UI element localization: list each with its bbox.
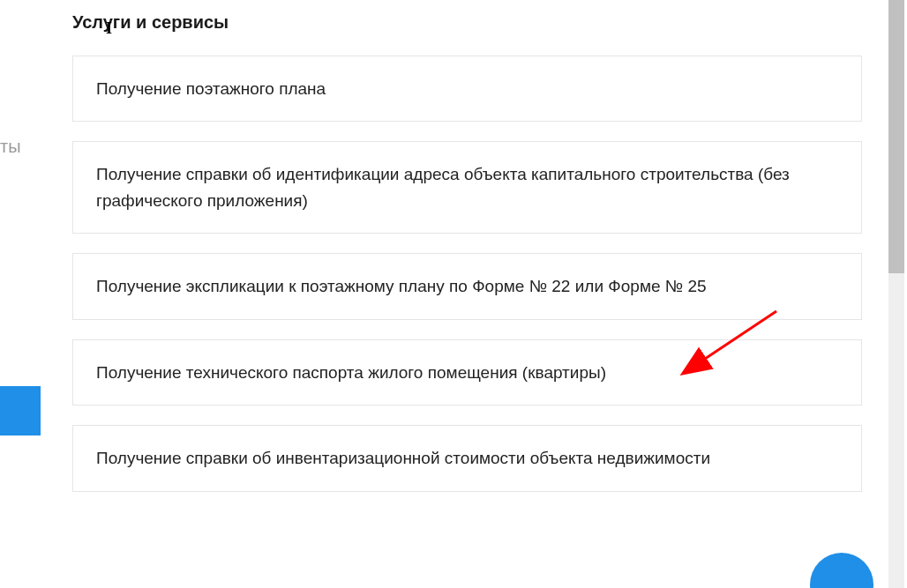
service-item-inventory-value[interactable]: Получение справки об инвентаризационной … — [72, 425, 862, 491]
service-item-label: Получение справки об инвентаризационной … — [96, 445, 838, 471]
main-content: Услуги и сервисы I Получение поэтажного … — [72, 0, 862, 492]
service-item-technical-passport[interactable]: Получение технического паспорта жилого п… — [72, 339, 862, 406]
service-list: Получение поэтажного плана Получение спр… — [72, 56, 862, 492]
sidebar-fragment: ты — [0, 0, 26, 588]
service-item-floor-plan[interactable]: Получение поэтажного плана — [72, 56, 862, 122]
service-item-label: Получение технического паспорта жилого п… — [96, 360, 838, 385]
heading-text: Услуги и сервисы — [72, 12, 229, 32]
sidebar-active-indicator — [0, 386, 41, 435]
scrollbar-thumb[interactable] — [888, 0, 904, 273]
service-item-label: Получение поэтажного плана — [96, 76, 838, 101]
service-item-explication[interactable]: Получение экспликации к поэтажному плану… — [72, 253, 862, 319]
service-item-label: Получение экспликации к поэтажному плану… — [96, 273, 838, 299]
section-heading: Услуги и сервисы I — [72, 12, 862, 33]
service-item-address-identification[interactable]: Получение справки об идентификации адрес… — [72, 141, 862, 234]
floating-action-button[interactable] — [810, 553, 873, 588]
sidebar-text: ты — [0, 137, 21, 157]
service-item-label: Получение справки об идентификации адрес… — [96, 161, 838, 213]
